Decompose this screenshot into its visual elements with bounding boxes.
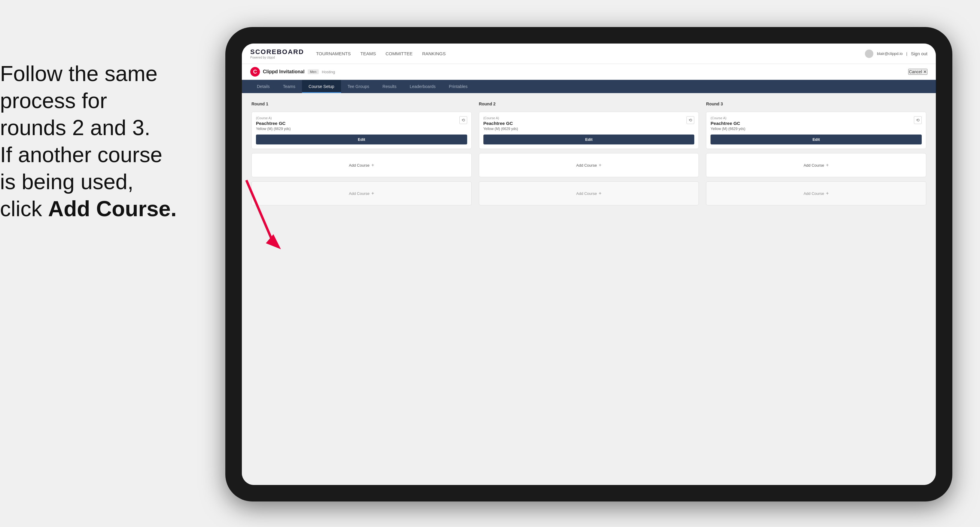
course-delete-r1[interactable]: ⟲ xyxy=(459,116,467,124)
logo-sub: Powered by clippd xyxy=(250,56,304,59)
nav-tournaments[interactable]: TOURNAMENTS xyxy=(316,50,351,57)
course-a-label-r2: (Course A) xyxy=(484,116,518,120)
nav-right: blair@clippd.io | Sign out xyxy=(865,49,928,58)
user-avatar xyxy=(865,49,873,58)
add-course-r1-2-text: Add Course xyxy=(349,191,369,196)
tab-bar: Details Teams Course Setup Tee Groups Re… xyxy=(242,80,936,93)
edit-course-r3[interactable]: Edit xyxy=(711,135,922,144)
add-course-r2-1-text: Add Course xyxy=(576,163,597,168)
instruction-bold: Add Course. xyxy=(48,197,177,221)
tournament-type-badge: Men xyxy=(308,69,319,74)
nav-separator: | xyxy=(907,51,907,56)
tab-leaderboards[interactable]: Leaderboards xyxy=(403,80,442,93)
round-2-course-card: (Course A) Peachtree GC Yellow (M) (6629… xyxy=(479,112,699,149)
edit-course-r1[interactable]: Edit xyxy=(256,135,467,144)
add-course-r1-1-text: Add Course xyxy=(349,163,369,168)
course-card-header-r2: (Course A) Peachtree GC Yellow (M) (6629… xyxy=(484,116,695,131)
instruction-line6: click xyxy=(0,197,48,221)
plus-icon-r1-2: + xyxy=(371,190,374,196)
instruction-line3: rounds 2 and 3. xyxy=(0,116,150,140)
nav-teams[interactable]: TEAMS xyxy=(360,50,376,57)
instruction-line4: If another course xyxy=(0,143,162,167)
tab-course-setup[interactable]: Course Setup xyxy=(302,80,341,93)
round-1-course-card: (Course A) Peachtree GC Yellow (M) (6629… xyxy=(251,112,472,149)
round-1-label: Round 1 xyxy=(251,102,472,106)
course-detail-r3: Yellow (M) (6629 yds) xyxy=(711,127,745,131)
logo-area: SCOREBOARD Powered by clippd xyxy=(250,48,304,59)
add-course-r3-2-text: Add Course xyxy=(803,191,824,196)
logo-scoreboard: SCOREBOARD xyxy=(250,48,304,56)
add-course-r2-2: Add Course + xyxy=(479,181,699,205)
instruction-line1: Follow the same xyxy=(0,62,158,86)
course-name-r1: Peachtree GC xyxy=(256,121,291,126)
cancel-button[interactable]: Cancel ✕ xyxy=(908,69,928,75)
course-name-r3: Peachtree GC xyxy=(711,121,745,126)
sign-out-link[interactable]: Sign out xyxy=(911,50,928,57)
plus-icon-r2-2: + xyxy=(599,190,601,196)
instruction-text: Follow the same process for rounds 2 and… xyxy=(0,60,204,222)
tab-tee-groups[interactable]: Tee Groups xyxy=(341,80,376,93)
course-delete-r2[interactable]: ⟲ xyxy=(686,116,694,124)
course-card-header-r3: (Course A) Peachtree GC Yellow (M) (6629… xyxy=(711,116,922,131)
tablet-screen: SCOREBOARD Powered by clippd TOURNAMENTS… xyxy=(242,44,936,485)
round-2-column: Round 2 (Course A) Peachtree GC Yellow (… xyxy=(479,102,699,205)
round-3-course-card: (Course A) Peachtree GC Yellow (M) (6629… xyxy=(706,112,926,149)
add-course-r3-1-text: Add Course xyxy=(803,163,824,168)
round-2-label: Round 2 xyxy=(479,102,699,106)
tournament-title: Clippd Invitational xyxy=(263,69,305,75)
rounds-grid: Round 1 (Course A) Peachtree GC Yellow (… xyxy=(251,102,926,205)
main-content: Round 1 (Course A) Peachtree GC Yellow (… xyxy=(242,93,936,485)
hosting-badge: Hosting xyxy=(322,70,335,74)
course-a-label-r1: (Course A) xyxy=(256,116,291,120)
add-course-r1-2: Add Course + xyxy=(251,181,472,205)
nav-rankings[interactable]: RANKINGS xyxy=(422,50,445,57)
tab-results[interactable]: Results xyxy=(376,80,403,93)
course-detail-r1: Yellow (M) (6629 yds) xyxy=(256,127,291,131)
plus-icon-r3-2: + xyxy=(826,190,829,196)
add-course-r3-1[interactable]: Add Course + xyxy=(706,153,926,177)
instruction-line2: process for xyxy=(0,89,107,113)
plus-icon-r3-1: + xyxy=(826,162,829,168)
add-course-r3-2: Add Course + xyxy=(706,181,926,205)
nav-committee[interactable]: COMMITTEE xyxy=(385,50,412,57)
course-detail-r2: Yellow (M) (6629 yds) xyxy=(484,127,518,131)
course-card-header: (Course A) Peachtree GC Yellow (M) (6629… xyxy=(256,116,467,131)
user-email: blair@clippd.io xyxy=(877,51,902,56)
add-course-r2-2-text: Add Course xyxy=(576,191,597,196)
round-3-column: Round 3 (Course A) Peachtree GC Yellow (… xyxy=(706,102,926,205)
edit-course-r2[interactable]: Edit xyxy=(484,135,695,144)
add-course-r1-1[interactable]: Add Course + xyxy=(251,153,472,177)
tab-teams[interactable]: Teams xyxy=(277,80,302,93)
round-3-label: Round 3 xyxy=(706,102,926,106)
course-a-label-r3: (Course A) xyxy=(711,116,745,120)
cancel-x-icon: ✕ xyxy=(923,69,927,74)
sub-header-left: C Clippd Invitational Men Hosting xyxy=(250,67,335,76)
course-delete-r3[interactable]: ⟲ xyxy=(914,116,922,124)
tablet-frame: SCOREBOARD Powered by clippd TOURNAMENTS… xyxy=(225,27,952,502)
nav-links: TOURNAMENTS TEAMS COMMITTEE RANKINGS xyxy=(316,50,865,57)
round-1-column: Round 1 (Course A) Peachtree GC Yellow (… xyxy=(251,102,472,205)
clippd-logo: C xyxy=(250,67,260,76)
instruction-line5: is being used, xyxy=(0,170,134,194)
sub-header: C Clippd Invitational Men Hosting Cancel… xyxy=(242,64,936,80)
top-nav: SCOREBOARD Powered by clippd TOURNAMENTS… xyxy=(242,44,936,64)
course-name-r2: Peachtree GC xyxy=(484,121,518,126)
plus-icon-r2-1: + xyxy=(599,162,601,168)
add-course-r2-1[interactable]: Add Course + xyxy=(479,153,699,177)
plus-icon-r1-1: + xyxy=(371,162,374,168)
tab-printables[interactable]: Printables xyxy=(442,80,474,93)
tab-details[interactable]: Details xyxy=(250,80,277,93)
